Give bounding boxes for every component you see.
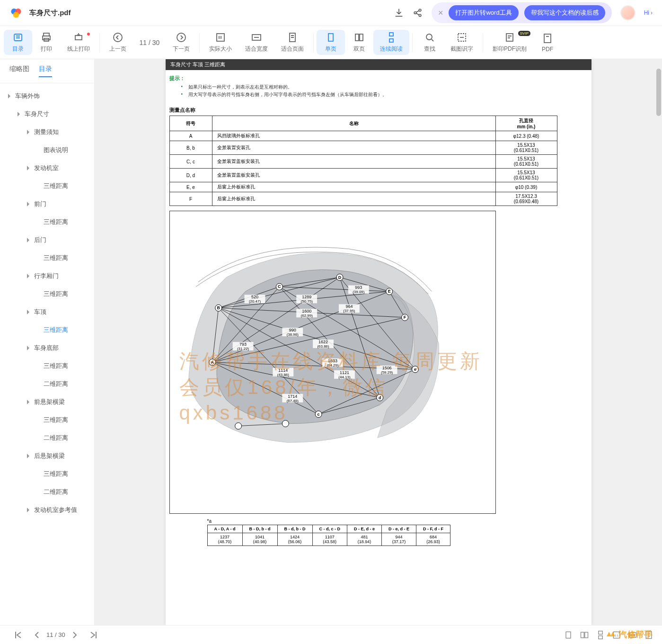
tree-item[interactable]: 后悬架横梁 xyxy=(0,447,94,465)
svg-text:F: F xyxy=(403,315,406,320)
table-title: 测量点名称 xyxy=(169,107,588,114)
toolbar-影印PDF识别[interactable]: 影印PDF识别SVIP xyxy=(486,30,533,55)
svg-point-63 xyxy=(235,423,241,429)
distance-table: A - D, A - dB - D, b - dB - d, b - DC - … xyxy=(207,525,451,546)
toolbar: 目录打印线上打印上一页11 / 30下一页实际大小适合宽度适合页面单页双页连续阅… xyxy=(0,26,662,59)
hi-label[interactable]: Hi› xyxy=(644,9,653,16)
toolbar-连续阅读[interactable]: 连续阅读 xyxy=(373,30,409,55)
view-double-icon[interactable] xyxy=(580,630,589,640)
promo-banner: × 打开图片转word工具 帮我写这个文档的读后感 xyxy=(432,2,612,23)
tree-item[interactable]: 二维距离 xyxy=(0,375,94,393)
svg-text:990: 990 xyxy=(289,328,296,332)
roof-diagram: 汽修帮手在线资料库 每周更新 会员仅168/年，微信qxbs1688 ABCDE… xyxy=(169,211,496,514)
first-page-icon[interactable] xyxy=(12,629,24,641)
toolbar-打印[interactable]: 打印 xyxy=(32,30,61,55)
svg-rect-13 xyxy=(217,34,224,41)
user-avatar[interactable] xyxy=(620,5,636,20)
brand-watermark: 汽修帮手 xyxy=(605,629,653,640)
svg-text:D: D xyxy=(338,275,341,280)
svg-text:1622: 1622 xyxy=(318,340,328,344)
toolbar-实际大小[interactable]: 实际大小 xyxy=(203,30,238,55)
svg-rect-7 xyxy=(44,33,49,36)
outline-tree: 车辆外饰车身尺寸测量须知图表说明发动机室三维距离前门三维距离后门三维距离行李厢门… xyxy=(0,83,94,523)
toolbar-下一页[interactable]: 下一页 xyxy=(166,30,196,55)
tree-item[interactable]: 三维距离 xyxy=(0,357,94,375)
page-input[interactable]: 11 / 30 xyxy=(133,39,166,46)
tree-item[interactable]: 车辆外饰 xyxy=(0,87,94,105)
hint-list: 如果只标出一种尺寸，则表示左右是互相对称的。 用大写字母表示的符号指车身右侧，用… xyxy=(169,84,588,98)
svg-text:(64.29): (64.29) xyxy=(327,363,339,367)
tree-item[interactable]: 行李厢门 xyxy=(0,267,94,285)
share-icon[interactable] xyxy=(413,8,423,18)
toolbar-双页[interactable]: 双页 xyxy=(345,30,373,55)
svg-point-11 xyxy=(114,33,122,42)
tree-item[interactable]: 二维距离 xyxy=(0,429,94,447)
svg-text:1633: 1633 xyxy=(328,358,337,363)
svg-rect-114 xyxy=(599,635,602,639)
svg-point-21 xyxy=(426,34,432,40)
tree-item[interactable]: 发动机室参考值 xyxy=(0,501,94,519)
svg-rect-24 xyxy=(544,34,551,43)
tree-item[interactable]: 三维距离 xyxy=(0,465,94,483)
toolbar-适合宽度[interactable]: 适合宽度 xyxy=(238,30,274,55)
tree-item[interactable]: 三维距离 xyxy=(0,285,94,303)
tree-item[interactable]: 二维距离 xyxy=(0,483,94,501)
page-indicator: 11 / 30 xyxy=(46,631,65,638)
toolbar-截图识字[interactable]: 截图识字 xyxy=(444,30,480,55)
svg-text:(37.95): (37.95) xyxy=(343,309,355,313)
document-title: 车身尺寸.pdf xyxy=(29,9,71,18)
last-page-icon[interactable] xyxy=(88,629,99,641)
tree-item[interactable]: 前门 xyxy=(0,195,94,213)
tab-thumbnails[interactable]: 缩略图 xyxy=(9,65,29,77)
toolbar-单页[interactable]: 单页 xyxy=(317,30,345,55)
tree-item[interactable]: 车顶 xyxy=(0,303,94,321)
svg-text:c: c xyxy=(317,412,319,417)
toolbar-线上打印[interactable]: 线上打印 xyxy=(61,30,97,55)
pdf-page: 车身尺寸 车顶 三维距离 提示： 如果只标出一种尺寸，则表示左右是互相对称的。 … xyxy=(166,59,591,625)
tree-item[interactable]: 发动机室 xyxy=(0,159,94,177)
document-viewport[interactable]: 车身尺寸 车顶 三维距离 提示： 如果只标出一种尺寸，则表示左右是互相对称的。 … xyxy=(95,59,662,625)
scrollbar[interactable] xyxy=(655,59,662,625)
svg-rect-113 xyxy=(599,631,602,634)
tree-item[interactable]: 后门 xyxy=(0,231,94,249)
download-icon[interactable] xyxy=(394,8,404,18)
toolbar-目录[interactable]: 目录 xyxy=(4,30,32,55)
svg-text:B: B xyxy=(217,305,220,310)
promo-button-1[interactable]: 打开图片转word工具 xyxy=(449,5,518,20)
svg-text:d: d xyxy=(378,395,380,400)
promo-button-2[interactable]: 帮我写这个文档的读后感 xyxy=(524,5,605,20)
next-page-icon[interactable] xyxy=(69,629,80,641)
tab-outline[interactable]: 目录 xyxy=(39,65,52,77)
svg-point-12 xyxy=(177,33,185,42)
tree-item[interactable]: 三维距离 xyxy=(0,177,94,195)
toolbar-PDF[interactable]: PDF xyxy=(533,31,562,54)
tree-item[interactable]: 三维距离 xyxy=(0,321,94,339)
svg-text:1289: 1289 xyxy=(302,295,311,299)
svg-rect-19 xyxy=(389,33,393,36)
svg-text:A: A xyxy=(211,360,214,365)
close-icon[interactable]: × xyxy=(438,8,443,18)
tree-item[interactable]: 图表说明 xyxy=(0,141,94,159)
sidebar: 缩略图 目录 车辆外饰车身尺寸测量须知图表说明发动机室三维距离前门三维距离后门三… xyxy=(0,59,95,625)
toolbar-适合页面[interactable]: 适合页面 xyxy=(274,30,310,55)
tree-item[interactable]: 三维距离 xyxy=(0,249,94,267)
tree-item[interactable]: 前悬架横梁 xyxy=(0,393,94,411)
app-header: 车身尺寸.pdf × 打开图片转word工具 帮我写这个文档的读后感 Hi› xyxy=(0,0,662,26)
view-continuous-icon[interactable] xyxy=(596,630,605,640)
svg-text:1121: 1121 xyxy=(339,370,349,375)
tree-item[interactable]: 三维距离 xyxy=(0,411,94,429)
tree-item[interactable]: 三维距离 xyxy=(0,213,94,231)
svg-rect-17 xyxy=(355,34,359,41)
svg-text:(38.98): (38.98) xyxy=(286,332,299,337)
tree-item[interactable]: 测量须知 xyxy=(0,123,94,141)
svg-point-64 xyxy=(282,420,289,427)
svg-text:E: E xyxy=(388,289,390,294)
view-single-icon[interactable] xyxy=(564,630,573,640)
toolbar-上一页[interactable]: 上一页 xyxy=(103,30,133,55)
tree-item[interactable]: 车身尺寸 xyxy=(0,105,94,123)
tree-item[interactable]: 车身底部 xyxy=(0,339,94,357)
scroll-thumb[interactable] xyxy=(656,69,661,116)
prev-page-icon[interactable] xyxy=(31,629,43,641)
toolbar-查找[interactable]: 查找 xyxy=(415,30,444,55)
page-section-header: 车身尺寸 车顶 三维距离 xyxy=(166,59,591,70)
